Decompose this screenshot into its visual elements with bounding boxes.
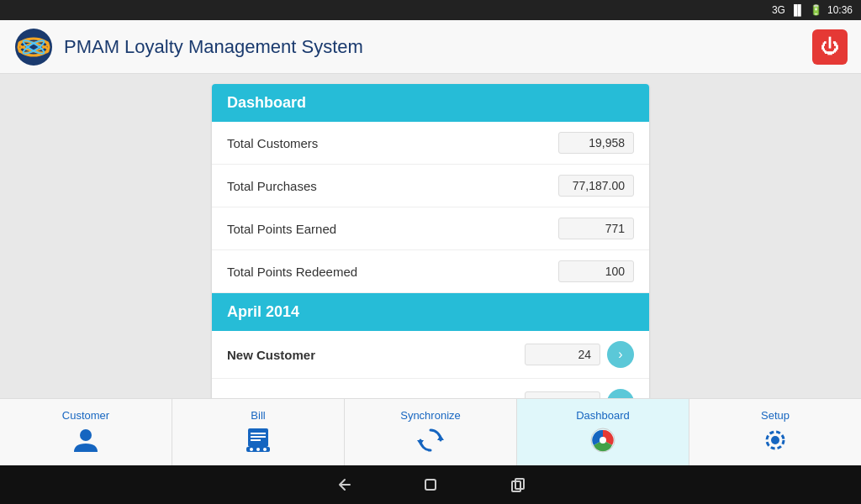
total-purchases-value: 77,187.00 <box>558 175 634 197</box>
svg-point-6 <box>80 429 92 441</box>
svg-point-14 <box>263 448 267 451</box>
header-left: PMAM Loyalty Management System <box>13 27 363 67</box>
nav-dashboard[interactable]: Dashboard <box>517 399 689 465</box>
purchases-arrow-button[interactable]: › <box>607 389 634 398</box>
new-customer-right: 24 › <box>525 341 634 368</box>
system-nav-bar <box>0 465 861 504</box>
total-points-redeemed-value: 100 <box>558 260 634 282</box>
total-customers-value: 19,958 <box>558 132 634 154</box>
nav-customer-label: Customer <box>62 409 109 422</box>
network-indicator: 3G <box>772 4 785 16</box>
total-points-earned-value: 771 <box>558 218 634 239</box>
svg-rect-10 <box>251 439 261 441</box>
svg-rect-8 <box>251 433 266 434</box>
nav-customer[interactable]: Customer <box>0 399 172 465</box>
dashboard-title: Dashboard <box>227 94 306 111</box>
svg-point-13 <box>256 448 260 451</box>
bill-icon <box>243 425 273 455</box>
new-customer-row: New Customer 24 › <box>212 331 649 379</box>
nav-synchronize[interactable]: Synchronize <box>345 399 517 465</box>
purchases-value: 77,187.00 <box>525 391 600 398</box>
total-points-earned-label: Total Points Earned <box>227 222 336 236</box>
total-purchases-row: Total Purchases 77,187.00 <box>212 165 649 207</box>
main-content: Dashboard Total Customers 19,958 Total P… <box>0 74 861 398</box>
time-display: 10:36 <box>827 4 853 16</box>
svg-point-12 <box>250 448 253 451</box>
nav-bill-label: Bill <box>251 409 265 422</box>
bottom-navigation: Customer Bill Synchronize <box>0 398 861 465</box>
total-points-redeemed-row: Total Points Redeemed 100 <box>212 250 649 293</box>
setup-icon <box>760 425 790 455</box>
dashboard-icon <box>588 425 618 455</box>
nav-setup[interactable]: Setup <box>689 399 861 465</box>
status-bar: 3G ▐▌ 🔋 10:36 <box>0 0 861 20</box>
sync-icon <box>415 425 446 455</box>
dashboard-card: Dashboard Total Customers 19,958 Total P… <box>212 84 649 398</box>
svg-marker-16 <box>417 440 424 445</box>
svg-marker-15 <box>437 435 444 440</box>
new-customer-label: New Customer <box>227 348 315 362</box>
svg-rect-21 <box>425 480 436 490</box>
app-title: PMAM Loyalty Management System <box>64 36 363 58</box>
new-customer-value: 24 <box>525 344 600 365</box>
svg-rect-9 <box>251 436 266 438</box>
power-icon: ⏻ <box>821 36 839 58</box>
svg-point-19 <box>771 436 779 444</box>
home-button[interactable] <box>420 475 441 495</box>
back-button[interactable] <box>333 475 353 495</box>
total-customers-label: Total Customers <box>227 136 318 150</box>
purchases-row: Purchases 77,187.00 › <box>212 379 649 398</box>
purchases-right: 77,187.00 › <box>525 389 634 398</box>
battery-icon: 🔋 <box>810 4 822 16</box>
total-purchases-label: Total Purchases <box>227 179 317 193</box>
monthly-section-header: April 2014 <box>212 293 649 331</box>
customer-icon <box>71 425 101 455</box>
recent-button[interactable] <box>508 475 528 495</box>
app-header: PMAM Loyalty Management System ⏻ <box>0 20 861 74</box>
nav-setup-label: Setup <box>761 409 790 422</box>
signal-icon: ▐▌ <box>790 4 805 16</box>
nav-synchronize-label: Synchronize <box>400 409 461 422</box>
nav-bill[interactable]: Bill <box>172 399 345 465</box>
app-logo <box>13 27 54 67</box>
power-button[interactable]: ⏻ <box>812 29 848 65</box>
nav-dashboard-label: Dashboard <box>576 409 630 422</box>
dashboard-header: Dashboard <box>212 84 649 122</box>
total-points-redeemed-label: Total Points Redeemed <box>227 265 357 279</box>
total-customers-row: Total Customers 19,958 <box>212 122 649 165</box>
svg-point-18 <box>600 437 606 444</box>
total-points-earned-row: Total Points Earned 771 <box>212 207 649 250</box>
new-customer-arrow-button[interactable]: › <box>607 341 634 368</box>
monthly-section-title: April 2014 <box>227 303 299 320</box>
